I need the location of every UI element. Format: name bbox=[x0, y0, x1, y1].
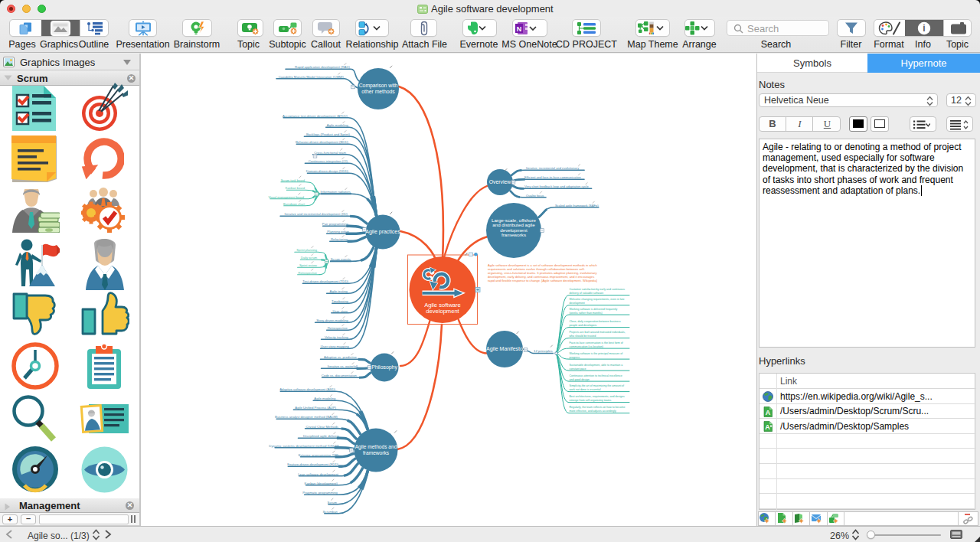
svg-text:Pair programming: Pair programming bbox=[322, 222, 349, 226]
svg-text:Scrum: Scrum bbox=[328, 501, 338, 504]
svg-text:Scrumban: Scrumban bbox=[322, 510, 338, 514]
svg-text:12 principles: 12 principles bbox=[534, 349, 553, 353]
svg-text:who should be trusted: who should be trusted bbox=[570, 335, 596, 338]
svg-text:Sprint planning: Sprint planning bbox=[296, 248, 317, 252]
svg-text:frameworks: frameworks bbox=[363, 450, 390, 455]
svg-text:Best architectures, requiremen: Best architectures, requirements, and de… bbox=[570, 395, 625, 398]
svg-text:Continuous attention to techni: Continuous attention to technical excell… bbox=[570, 374, 622, 377]
svg-text:Test-driven development (TDD): Test-driven development (TDD) bbox=[302, 279, 348, 283]
svg-text:Disciplined agile delivery: Disciplined agile delivery bbox=[303, 434, 340, 438]
svg-text:Capability Maturity Model Inte: Capability Maturity Model Integration (C… bbox=[279, 75, 345, 79]
svg-text:Visual management board: Visual management board bbox=[268, 195, 304, 199]
svg-text:Adaptive vs. predictive: Adaptive vs. predictive bbox=[324, 355, 358, 359]
svg-text:Extreme programming (XP): Extreme programming (XP) bbox=[299, 453, 339, 457]
svg-text:organizing, cross-functional t: organizing, cross-functional teams. It p… bbox=[488, 271, 597, 275]
svg-text:Agile software development is: Agile software development is a set of s… bbox=[488, 263, 598, 267]
svg-text:Philosophy: Philosophy bbox=[371, 364, 397, 371]
svg-text:Agile Manifesto: Agile Manifesto bbox=[486, 346, 523, 352]
svg-text:Agile Unified Process (AUP): Agile Unified Process (AUP) bbox=[295, 406, 336, 410]
svg-text:Story-driven modeling: Story-driven modeling bbox=[316, 318, 348, 322]
svg-text:Quality focus: Quality focus bbox=[526, 194, 544, 198]
svg-text:Very short feedback loop and a: Very short feedback loop and adaptation … bbox=[524, 184, 589, 188]
svg-text:Cross-functional team: Cross-functional team bbox=[314, 151, 346, 155]
svg-text:Refactoring: Refactoring bbox=[331, 237, 348, 241]
svg-text:Pragmatic programming: Pragmatic programming bbox=[302, 491, 338, 495]
svg-text:N: N bbox=[517, 24, 522, 32]
svg-text:Retrospective: Retrospective bbox=[299, 271, 318, 275]
svg-text:Welcome changing requirements,: Welcome changing requirements, even in l… bbox=[570, 298, 625, 301]
svg-text:and good design: and good design bbox=[570, 378, 590, 381]
svg-text:Kanban board: Kanban board bbox=[286, 186, 305, 190]
svg-text:Scrum task board: Scrum task board bbox=[281, 178, 305, 182]
svg-text:Efficient and face-to-face com: Efficient and face-to-face communication bbox=[524, 175, 582, 179]
svg-text:Comparison with: Comparison with bbox=[359, 83, 398, 89]
svg-text:Working software is the princi: Working software is the principal measur… bbox=[570, 352, 623, 355]
svg-text:(weeks rather than months): (weeks rather than months) bbox=[570, 312, 603, 315]
svg-text:Kanban (development): Kanban (development) bbox=[305, 482, 338, 485]
svg-text:Timeboxing: Timeboxing bbox=[332, 299, 349, 303]
svg-text:more effective, and adjusts ac: more effective, and adjusts accordingly bbox=[570, 410, 616, 413]
svg-text:Iterative vs. waterfall: Iterative vs. waterfall bbox=[328, 364, 358, 368]
svg-text:Burndown chart: Burndown chart bbox=[283, 202, 305, 206]
svg-text:User story mapping: User story mapping bbox=[321, 344, 350, 348]
svg-text:Projects are built around moti: Projects are built around motivated indi… bbox=[570, 331, 626, 334]
svg-text:delivery of valuable software: delivery of valuable software bbox=[570, 292, 604, 295]
svg-text:development: development bbox=[570, 302, 585, 305]
svg-text:Velocity tracking: Velocity tracking bbox=[325, 335, 349, 339]
svg-text:Overview: Overview bbox=[489, 179, 511, 184]
svg-text:Code vs. documentation: Code vs. documentation bbox=[322, 374, 358, 377]
svg-text:Business analyst designer meth: Business analyst designer method (BADM) bbox=[275, 415, 338, 419]
svg-text:Close, daily cooperation betwe: Close, daily cooperation between busines… bbox=[570, 320, 621, 323]
svg-text:constant pace: constant pace bbox=[570, 367, 586, 371]
svg-text:work not done-is essential: work not done-is essential bbox=[570, 388, 601, 391]
svg-text:Daily scrum: Daily scrum bbox=[301, 256, 318, 260]
svg-text:A: A bbox=[765, 423, 770, 431]
svg-text:rapid and flexible response to: rapid and flexible response to change. [… bbox=[488, 279, 597, 282]
svg-text:Customer satisfaction by early: Customer satisfaction by early and conti… bbox=[570, 288, 626, 291]
svg-text:Backlogs (Product and Sprint): Backlogs (Product and Sprint) bbox=[306, 132, 351, 136]
svg-text:Scrum events: Scrum events bbox=[331, 257, 351, 261]
svg-text:Planning poker: Planning poker bbox=[327, 230, 349, 233]
svg-text:Agile methods and: Agile methods and bbox=[355, 444, 397, 450]
svg-text:Sprint review: Sprint review bbox=[299, 263, 317, 267]
svg-text:development: development bbox=[426, 308, 459, 315]
svg-text:Behavior-driven development (B: Behavior-driven development (BDD) bbox=[296, 140, 349, 144]
svg-text:i: i bbox=[923, 23, 925, 34]
svg-text:Adaptive software development: Adaptive software development (ASD) bbox=[279, 387, 335, 391]
svg-text:other methods: other methods bbox=[361, 89, 395, 94]
svg-text:Rapid application development: Rapid application development (RAD) bbox=[295, 65, 350, 69]
svg-text:Continuous integration (CI): Continuous integration (CI) bbox=[309, 159, 348, 163]
svg-text:frameworks: frameworks bbox=[501, 232, 526, 237]
svg-text:Sustainable development, able: Sustainable development, able to maintai… bbox=[570, 364, 623, 367]
svg-text:Agile modeling: Agile modeling bbox=[314, 397, 336, 400]
svg-text:Information radiators: Information radiators bbox=[321, 190, 351, 194]
svg-text:Agile practices: Agile practices bbox=[365, 229, 400, 235]
svg-text:Face-to-face conversation is t: Face-to-face conversation is the best fo… bbox=[570, 341, 623, 344]
svg-text:requirements and solutions evo: requirements and solutions evolve throug… bbox=[488, 267, 586, 271]
svg-text:Acceptance test-driven develop: Acceptance test-driven development (ATDD… bbox=[283, 114, 348, 118]
svg-text:Iterative, incremental and evo: Iterative, incremental and evolutionary bbox=[526, 166, 580, 170]
svg-text:Domain-driven design (DDD): Domain-driven design (DDD) bbox=[306, 169, 349, 173]
svg-text:Lean software development: Lean software development bbox=[298, 472, 339, 476]
svg-text:Iterative and incremental deve: Iterative and incremental development (I… bbox=[285, 212, 348, 216]
svg-text:progress: progress bbox=[570, 356, 580, 359]
svg-text:people and developers: people and developers bbox=[570, 324, 597, 327]
svg-text:Crystal Clear Methods: Crystal Clear Methods bbox=[305, 425, 338, 429]
svg-text:Dynamic systems development me: Dynamic systems development method (DSDM… bbox=[269, 444, 339, 448]
svg-text:Retrospective: Retrospective bbox=[328, 326, 348, 330]
svg-text:Working software is delivered: Working software is delivered frequently bbox=[570, 308, 618, 311]
svg-text:Regularly, the team reflects o: Regularly, the team reflects on how to b… bbox=[570, 406, 626, 409]
svg-text:User story: User story bbox=[332, 309, 348, 313]
svg-text:communication (co-location): communication (co-location) bbox=[570, 345, 603, 348]
svg-text:emerge from self-organizing te: emerge from self-organizing teams bbox=[570, 399, 612, 402]
svg-text:Agile testing: Agile testing bbox=[330, 289, 348, 293]
svg-text:Agile modeling: Agile modeling bbox=[327, 123, 349, 127]
svg-text:Simplicity-the art of maximizi: Simplicity-the art of maximizing the amo… bbox=[570, 384, 625, 387]
svg-text:Feature-driven development (FD: Feature-driven development (FDD) bbox=[287, 462, 338, 466]
svg-text:development, early delivery, a: development, early delivery, and continu… bbox=[488, 275, 594, 279]
svg-text:Scaled agile framework (SAFe): Scaled agile framework (SAFe) bbox=[555, 204, 599, 207]
svg-text:A: A bbox=[766, 409, 771, 416]
